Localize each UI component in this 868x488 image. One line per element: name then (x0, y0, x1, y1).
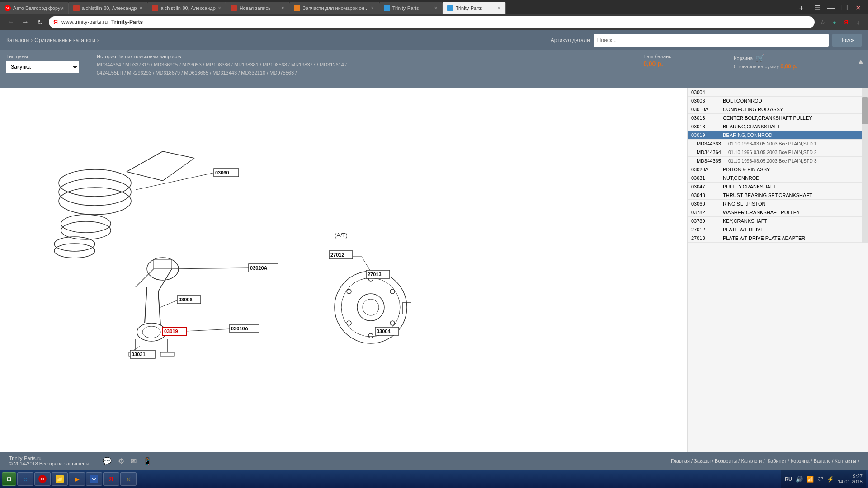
tray-power-icon[interactable]: ⚡ (827, 476, 834, 483)
parts-row-md344364[interactable]: MD344364 01.10.1996-03.05.2003 Все PLAIN… (688, 148, 868, 157)
skype-icon[interactable]: 💬 (103, 457, 112, 465)
breadcrumb-catalogs[interactable]: Каталоги (6, 37, 29, 43)
tray-sound-icon[interactable]: 🔊 (796, 476, 803, 483)
tab-zapchasti[interactable]: Запчасти для иномарок он... × (289, 2, 379, 14)
taskbar-item-opera[interactable]: O (34, 472, 51, 486)
history-item-mr296293[interactable]: MR296293 (127, 70, 151, 75)
tab-close-icon5[interactable]: × (434, 5, 438, 11)
phone-icon[interactable]: 📱 (143, 457, 152, 465)
tab-close-icon6[interactable]: × (497, 5, 501, 11)
tab-alch2[interactable]: alchistilin-80, Александр × (147, 2, 226, 14)
bookmark-star-icon[interactable]: ☆ (818, 18, 827, 27)
footer-link-main[interactable]: Главная (671, 458, 690, 464)
collapse-sidebar-btn[interactable]: ▲ (854, 54, 868, 69)
part-description: THRUST BEARING SET,CRANKSHAFT (723, 192, 864, 198)
footer-link-orders[interactable]: Заказы (694, 458, 711, 464)
parts-row-03047[interactable]: 03047 PULLEY,CRANKSHAFT (688, 183, 868, 191)
user-account-icon[interactable]: ● (830, 18, 839, 27)
part-number: 03047 (691, 184, 723, 189)
cart-icon[interactable]: 🛒 (755, 54, 764, 62)
scrollbar-thumb[interactable] (862, 97, 868, 124)
email-icon[interactable]: ✉ (131, 457, 137, 465)
search-button[interactable]: Поиск (832, 34, 862, 47)
new-tab-button[interactable]: + (795, 2, 807, 14)
history-item-md618665[interactable]: MD618665 (184, 70, 208, 75)
download-icon[interactable]: ↓ (854, 18, 863, 27)
parts-row-03782[interactable]: 03782 WASHER,CRANKSHAFT PULLEY (688, 208, 868, 217)
history-item-mr198377[interactable]: MR198377 (291, 62, 316, 67)
history-item-0424e55lh[interactable]: 0424E55LH (97, 70, 123, 75)
tray-shield-icon[interactable]: 🛡 (817, 476, 823, 483)
tab-alch1[interactable]: alchistilin-80, Александр × (69, 2, 147, 14)
parts-row-03019[interactable]: 03019 BEARING,CONNROD (688, 131, 868, 140)
search-input[interactable] (594, 34, 829, 47)
tab-trinity2[interactable]: Trinity-Parts × (443, 2, 506, 14)
taskbar-item-word[interactable]: W (86, 472, 102, 486)
footer-link-contacts[interactable]: Контакты (835, 458, 856, 464)
tab-new-entry[interactable]: Новая запись × (226, 2, 289, 14)
price-type-select[interactable]: Закупка Розница (6, 61, 79, 73)
parts-row-03020a[interactable]: 03020A PISTON & PIN ASSY (688, 165, 868, 174)
tab-close-icon3[interactable]: × (281, 5, 285, 11)
parts-row-md344363[interactable]: MD344363 01.10.1996-03.05.2003 Все PLAIN… (688, 140, 868, 148)
history-item-mi23053[interactable]: MI23053 (182, 62, 202, 67)
refresh-btn[interactable]: ↻ (34, 17, 45, 28)
parts-row-03004[interactable]: 03004 (688, 88, 868, 97)
tray-network-icon[interactable]: 📶 (807, 476, 814, 483)
taskbar-item-explorer[interactable]: 📁 (52, 472, 68, 486)
address-bar[interactable]: Я www.trinity-parts.ru Trinity-Parts (49, 16, 815, 28)
taskbar-item-game[interactable]: ⚔ (120, 472, 137, 486)
tab-trinity1[interactable]: Trinity-Parts × (379, 2, 443, 14)
hamburger-menu-btn[interactable]: ☰ (811, 2, 824, 14)
taskbar-item-media[interactable]: ▶ (69, 472, 85, 486)
footer-link-returns[interactable]: Возвраты (715, 458, 737, 464)
footer-link-cabinet[interactable]: Кабинет (768, 458, 787, 464)
footer-link-balance[interactable]: Баланс (814, 458, 830, 464)
tray-language[interactable]: RU (785, 476, 792, 482)
history-item-md344364[interactable]: MD344364 (97, 62, 121, 67)
history-item-md332110[interactable]: MD332110 (241, 70, 265, 75)
settings-icon[interactable]: ⚙ (118, 457, 124, 465)
taskbar-item-yandex[interactable]: Я (103, 472, 119, 486)
parts-row-03006[interactable]: 03006 BOLT,CONNROD (688, 97, 868, 105)
parts-row-03048[interactable]: 03048 THRUST BEARING SET,CRANKSHAFT (688, 191, 868, 200)
parts-list-scrollbar[interactable] (862, 88, 868, 243)
history-item-mr198381[interactable]: MR198381 (234, 62, 259, 67)
history-item-md975563[interactable]: MD975563 (269, 70, 294, 75)
cart-sum: 0,00 р. (780, 63, 797, 70)
history-item-md366905[interactable]: MD366905 (154, 62, 178, 67)
tab-avto[interactable]: Я Авто Белгород форум (0, 2, 69, 14)
tab-close-icon4[interactable]: × (371, 5, 374, 11)
parts-row-03013[interactable]: 03013 CENTER BOLT,CRANKSHAFT PULLEY (688, 114, 868, 122)
history-item-md313443[interactable]: MD313443 (212, 70, 237, 75)
parts-row-03789[interactable]: 03789 KEY,CRANKSHAFT (688, 217, 868, 225)
tab-close-icon2[interactable]: × (218, 5, 222, 11)
history-item-mr198386[interactable]: MR198386 (206, 62, 230, 67)
footer-link-cart[interactable]: Корзина (791, 458, 810, 464)
footer-link-catalogs[interactable]: Каталоги (741, 458, 762, 464)
forward-btn[interactable]: → (20, 17, 31, 28)
parts-row-03060[interactable]: 03060 RING SET,PISTON (688, 200, 868, 208)
back-btn[interactable]: ← (5, 17, 16, 28)
clock-date: 14.01.2018 (838, 479, 863, 484)
parts-row-md344365[interactable]: MD344365 01.10.1996-03.05.2003 Все PLAIN… (688, 157, 868, 165)
tab-close-icon[interactable]: × (139, 5, 143, 11)
history-item-md337819[interactable]: MD337819 (125, 62, 150, 67)
breadcrumb-orig-catalogs[interactable]: Оригинальные каталоги (34, 37, 95, 43)
taskbar-item-ie[interactable]: e (17, 472, 33, 486)
maximize-btn[interactable]: ❐ (838, 2, 851, 14)
parts-row-03031[interactable]: 03031 NUT,CONNROD (688, 174, 868, 183)
minimize-btn[interactable]: — (825, 2, 837, 14)
history-item-md312614[interactable]: MD312614 (320, 62, 344, 67)
search-history-section: История Ваших поисковых запросов MD34436… (90, 50, 637, 88)
parts-row-27012[interactable]: 27012 PLATE,A/T DRIVE (688, 225, 868, 234)
start-button[interactable]: ⊞ (2, 472, 16, 486)
history-item-md618679[interactable]: MD618679 (156, 70, 180, 75)
yandex-logo-icon[interactable]: Я (842, 18, 851, 27)
parts-row-27013[interactable]: 27013 PLATE,A/T DRIVE PLATE ADAPTER (688, 234, 868, 243)
parts-row-03010a[interactable]: 03010A CONNECTING ROD ASSY (688, 105, 868, 114)
close-btn[interactable]: ✕ (852, 2, 864, 14)
parts-row-03018[interactable]: 03018 BEARING,CRANKSHAFT (688, 122, 868, 131)
svg-point-36 (368, 333, 373, 338)
history-item-mr198568[interactable]: MR198568 (263, 62, 287, 67)
